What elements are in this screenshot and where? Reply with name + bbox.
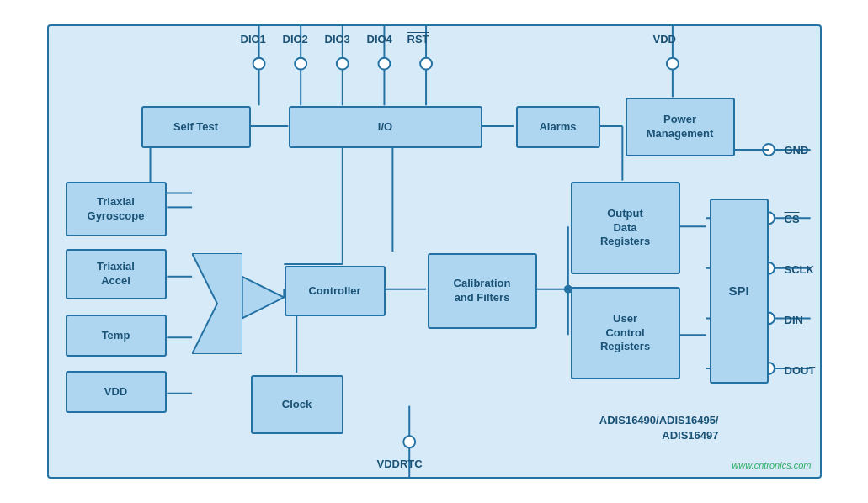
pin-label-din: DIN: [785, 314, 803, 326]
svg-marker-60: [192, 253, 242, 354]
main-board: DIO1 DIO2 DIO3 DIO4 RST VDD GND CS SCLK …: [47, 24, 822, 479]
block-alarms: Alarms: [516, 106, 600, 148]
block-temp: Temp: [66, 315, 167, 357]
model-text: ADIS16490/ADIS16495/ADIS16497: [599, 413, 719, 443]
svg-point-4: [295, 58, 306, 70]
block-self-test: Self Test: [141, 106, 251, 148]
block-triaxial-accel: TriaxialAccel: [66, 249, 167, 299]
pin-label-cs: CS: [785, 213, 800, 225]
block-vdd-sense: VDD: [66, 371, 167, 413]
svg-point-19: [763, 144, 775, 156]
svg-point-34: [403, 436, 415, 447]
block-controller: Controller: [285, 266, 386, 316]
pin-label-dio2: DIO2: [283, 33, 308, 45]
svg-marker-43: [242, 277, 284, 319]
svg-point-1: [253, 58, 264, 70]
block-output-regs: OutputDataRegisters: [571, 182, 680, 274]
watermark: www.cntronics.com: [732, 460, 811, 470]
block-mux: [192, 253, 242, 354]
pin-label-dio3: DIO3: [325, 33, 350, 45]
pin-label-gnd: GND: [785, 144, 809, 156]
diagram-container: DIO1 DIO2 DIO3 DIO4 RST VDD GND CS SCLK …: [0, 0, 868, 503]
svg-point-13: [420, 58, 432, 70]
block-io: I/O: [289, 106, 482, 148]
svg-point-16: [666, 58, 678, 70]
block-cal-filters: Calibrationand Filters: [428, 253, 537, 329]
block-power-mgmt: PowerManagement: [626, 98, 735, 156]
block-spi: SPI: [710, 199, 769, 384]
block-clock: Clock: [251, 375, 343, 434]
pin-label-dout: DOUT: [785, 364, 816, 377]
pin-label-rst: RST: [407, 33, 429, 45]
svg-point-10: [378, 58, 390, 70]
block-user-regs: UserControlRegisters: [571, 287, 680, 379]
pin-label-vdd-top: VDD: [653, 33, 676, 45]
block-triaxial-gyro: TriaxialGyroscope: [66, 182, 167, 236]
svg-point-7: [336, 58, 348, 70]
pin-label-dio4: DIO4: [367, 33, 392, 45]
pin-label-dio1: DIO1: [241, 33, 266, 45]
pin-label-vddrtc: VDDRTC: [377, 458, 423, 470]
pin-label-sclk: SCLK: [785, 263, 814, 276]
